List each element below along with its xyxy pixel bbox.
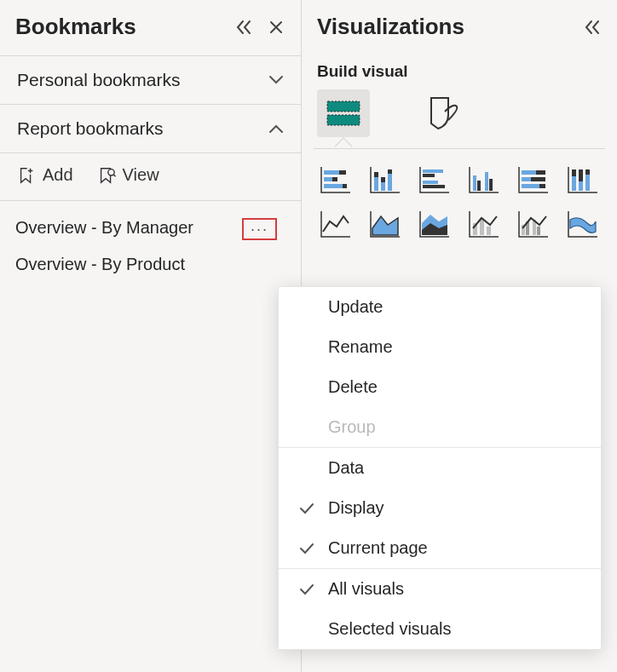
bookmarks-pane: Bookmarks Personal bookmarks Report book <box>0 0 302 672</box>
svg-rect-5 <box>339 170 346 175</box>
bookmarks-title: Bookmarks <box>15 14 136 40</box>
ribbon-chart-icon[interactable] <box>564 207 602 241</box>
clustered-bar-chart-icon[interactable] <box>416 163 453 197</box>
more-options-button[interactable]: ··· <box>242 218 277 240</box>
context-display-label: Display <box>328 498 384 518</box>
report-bookmarks-section: Report bookmarks Add <box>0 104 301 283</box>
svg-rect-10 <box>374 177 378 191</box>
stacked-column-chart-icon[interactable] <box>366 163 404 197</box>
svg-rect-38 <box>487 227 491 235</box>
collapse-icon[interactable] <box>234 18 253 37</box>
build-visual-label: Build visual <box>302 55 617 89</box>
svg-rect-13 <box>381 177 385 182</box>
svg-rect-11 <box>374 172 378 177</box>
bookmark-context-menu: Update Rename Delete Group Data Display … <box>278 286 602 650</box>
visualizations-header: Visualizations <box>302 0 617 55</box>
bookmark-item[interactable]: Overview - By Product <box>0 246 301 283</box>
clustered-column-chart-icon[interactable] <box>465 163 503 197</box>
svg-point-1 <box>107 169 113 175</box>
svg-rect-9 <box>343 184 347 188</box>
svg-rect-4 <box>324 170 339 175</box>
context-current-page[interactable]: Current page <box>279 528 601 568</box>
svg-rect-42 <box>537 227 540 235</box>
visualization-types-grid <box>302 149 617 255</box>
check-icon <box>297 543 316 554</box>
svg-rect-19 <box>423 185 445 188</box>
bookmarks-header-actions <box>234 18 285 37</box>
bookmark-item[interactable]: Overview - By Manager ··· <box>0 210 301 246</box>
svg-rect-17 <box>423 174 435 177</box>
svg-rect-18 <box>423 181 438 184</box>
view-bookmark-button[interactable]: View <box>97 165 159 185</box>
svg-rect-21 <box>477 181 481 191</box>
chevron-up-icon <box>268 121 284 136</box>
context-current-page-label: Current page <box>328 538 428 558</box>
hundred-percent-column-icon[interactable] <box>564 163 602 197</box>
svg-rect-14 <box>388 174 392 191</box>
personal-bookmarks-label: Personal bookmarks <box>17 70 180 90</box>
svg-rect-2 <box>327 101 360 112</box>
format-visual-tab[interactable] <box>421 93 462 134</box>
context-delete-label: Delete <box>328 377 378 397</box>
svg-rect-20 <box>473 175 476 191</box>
context-all-visuals-label: All visuals <box>328 579 404 599</box>
svg-rect-25 <box>536 170 545 175</box>
view-label: View <box>123 165 159 185</box>
personal-bookmarks-header[interactable]: Personal bookmarks <box>0 56 301 104</box>
visualizations-title: Visualizations <box>317 14 464 40</box>
format-icon <box>423 95 460 132</box>
line-stacked-column-icon[interactable] <box>465 207 503 241</box>
svg-rect-3 <box>327 115 360 125</box>
area-chart-icon[interactable] <box>366 207 404 241</box>
report-bookmarks-header[interactable]: Report bookmarks <box>0 105 301 152</box>
bookmark-view-icon <box>97 166 116 185</box>
bookmark-add-icon <box>17 166 36 185</box>
line-clustered-column-icon[interactable] <box>515 207 552 241</box>
hundred-percent-bar-icon[interactable] <box>515 163 552 197</box>
check-icon <box>297 503 316 514</box>
svg-rect-7 <box>332 177 337 181</box>
svg-rect-27 <box>531 177 545 181</box>
bookmark-label: Overview - By Manager <box>15 218 193 238</box>
collapse-icon[interactable] <box>583 18 602 37</box>
context-delete[interactable]: Delete <box>279 367 601 407</box>
context-rename[interactable]: Rename <box>279 327 601 367</box>
bookmark-list: Overview - By Manager ··· Overview - By … <box>0 201 301 283</box>
context-update[interactable]: Update <box>279 287 601 327</box>
context-data-label: Data <box>328 458 364 478</box>
personal-bookmarks-section: Personal bookmarks <box>0 55 301 104</box>
svg-rect-23 <box>489 179 493 191</box>
context-group-label: Group <box>328 417 376 437</box>
svg-rect-8 <box>324 184 343 188</box>
bookmark-label: Overview - By Product <box>15 255 185 274</box>
svg-rect-29 <box>539 184 545 188</box>
context-display[interactable]: Display <box>279 488 601 528</box>
line-chart-icon[interactable] <box>317 207 355 241</box>
context-rename-label: Rename <box>328 337 393 357</box>
visualizations-header-actions <box>583 18 602 37</box>
context-all-visuals[interactable]: All visuals <box>279 569 601 609</box>
add-bookmark-button[interactable]: Add <box>17 165 73 185</box>
svg-rect-31 <box>572 169 576 176</box>
bookmarks-header: Bookmarks <box>0 0 301 55</box>
svg-rect-33 <box>579 169 583 181</box>
svg-rect-15 <box>388 169 392 174</box>
context-group: Group <box>279 407 601 447</box>
svg-rect-6 <box>324 177 332 181</box>
context-update-label: Update <box>328 297 383 317</box>
close-icon[interactable] <box>267 18 285 37</box>
build-mode-tabs <box>302 89 617 137</box>
context-data[interactable]: Data <box>279 448 601 488</box>
chevron-down-icon <box>268 72 284 88</box>
context-selected-visuals[interactable]: Selected visuals <box>279 609 601 649</box>
svg-rect-12 <box>381 182 385 191</box>
svg-rect-22 <box>485 172 488 191</box>
svg-rect-35 <box>585 169 590 175</box>
stacked-bar-chart-icon[interactable] <box>317 163 355 197</box>
stacked-area-chart-icon[interactable] <box>416 207 453 241</box>
add-label: Add <box>43 165 73 185</box>
report-bookmarks-label: Report bookmarks <box>17 118 164 139</box>
build-visual-tab[interactable] <box>317 89 370 137</box>
check-icon <box>297 583 316 595</box>
svg-rect-16 <box>423 169 443 173</box>
